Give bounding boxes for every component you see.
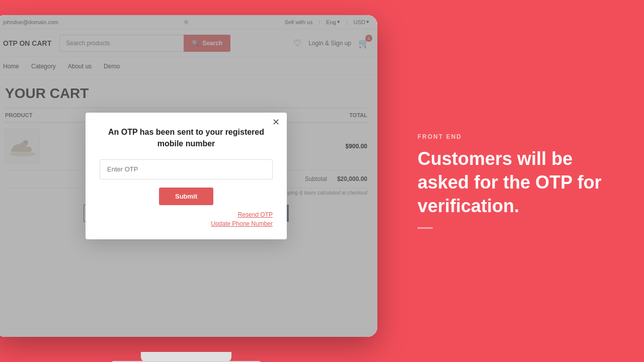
laptop-wrapper: johndoe@domain.com Sell with us | Eng ▾ … [0, 5, 387, 352]
panel-heading: Customers will be asked for the OTP for … [418, 147, 619, 218]
modal-close-button[interactable]: ✕ [272, 118, 280, 127]
laptop-body: johndoe@domain.com Sell with us | Eng ▾ … [0, 15, 377, 337]
modal-overlay: ✕ An OTP has been sent to your registere… [0, 15, 377, 337]
update-phone-link[interactable]: Update Phone Number [211, 220, 273, 227]
submit-otp-button[interactable]: Submit [159, 188, 213, 205]
otp-modal: ✕ An OTP has been sent to your registere… [86, 113, 287, 239]
panel-label: FRONT END [418, 133, 619, 140]
modal-title: An OTP has been sent to your registered … [100, 127, 273, 149]
right-panel: FRONT END Customers will be asked for th… [392, 0, 644, 362]
screen: johndoe@domain.com Sell with us | Eng ▾ … [0, 15, 377, 337]
otp-input[interactable] [100, 159, 273, 179]
resend-otp-link[interactable]: Resend OTP [238, 211, 273, 218]
panel-divider [418, 227, 433, 229]
laptop-stand [141, 352, 231, 362]
modal-links: Resend OTP Update Phone Number [100, 211, 273, 227]
